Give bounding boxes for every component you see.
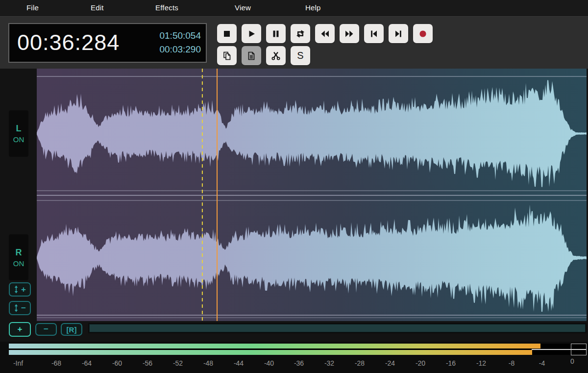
- play-button[interactable]: [242, 24, 261, 43]
- toolbar: 00:36:284 01:50:054 00:03:290: [0, 16, 588, 69]
- menu-effects[interactable]: Effects: [155, 0, 178, 16]
- menu-view[interactable]: View: [235, 0, 251, 16]
- region-button[interactable]: [R]: [61, 323, 82, 336]
- horizontal-zoom-in-button[interactable]: +: [9, 322, 31, 337]
- level-meter: [9, 344, 587, 355]
- meter-tick: 0: [570, 357, 574, 365]
- level-meter-section: -Inf -68 -64 -60 -56 -52 -48 -44 -40 -36…: [0, 342, 588, 373]
- horizontal-zoom-in-label: +: [18, 324, 23, 334]
- meter-tick: -28: [355, 359, 365, 367]
- paste-icon: [246, 50, 257, 61]
- meter-tick: -24: [385, 359, 395, 367]
- time-display: 00:36:284 01:50:054 00:03:290: [8, 23, 207, 63]
- copy-button[interactable]: [217, 46, 237, 65]
- horizontal-scrollbar[interactable]: [88, 323, 587, 333]
- editor-area: L ON R ON + − + − [R]: [0, 69, 588, 342]
- waveform-svg: [37, 69, 587, 321]
- meter-tick: -32: [324, 359, 334, 367]
- left-channel-label: L: [16, 124, 22, 134]
- meter-tick: -56: [143, 359, 152, 367]
- rewind-icon: [319, 28, 330, 39]
- total-time: 01:50:054: [159, 29, 201, 43]
- meter-tick: -Inf: [13, 359, 23, 367]
- skip-to-end-icon: [393, 28, 404, 39]
- vertical-arrows-icon: [14, 304, 19, 312]
- vertical-zoom-out-button[interactable]: −: [9, 301, 31, 315]
- solo-button[interactable]: S: [291, 46, 310, 65]
- horizontal-zoom-out-label: −: [44, 324, 49, 334]
- meter-tick: -4: [539, 359, 545, 367]
- meter-tick: -60: [112, 359, 122, 367]
- horizontal-zoom-out-button[interactable]: −: [35, 323, 57, 336]
- skip-to-end-button[interactable]: [389, 24, 408, 43]
- left-channel-state: ON: [13, 135, 24, 144]
- current-time: 00:36:284: [17, 29, 120, 55]
- record-button[interactable]: [413, 24, 433, 43]
- rewind-button[interactable]: [315, 24, 335, 43]
- meter-tick: -68: [51, 359, 61, 367]
- scrollbar-thumb[interactable]: [89, 324, 586, 332]
- fast-forward-button[interactable]: [340, 24, 359, 43]
- selection-time: 00:03:290: [159, 43, 201, 56]
- cut-icon: [270, 50, 281, 61]
- meter-tick: -20: [416, 359, 425, 367]
- menu-bar: File Edit Effects View Help: [0, 0, 588, 16]
- meter-tick: -44: [234, 359, 244, 367]
- vertical-zoom-in-button[interactable]: +: [9, 282, 31, 297]
- pause-button[interactable]: [266, 24, 286, 43]
- meter-tick: -64: [82, 359, 92, 367]
- meter-tick: -8: [509, 359, 514, 367]
- play-icon: [246, 28, 257, 39]
- record-icon: [417, 28, 428, 39]
- meter-tick: -40: [264, 359, 274, 367]
- meter-bar-right: [9, 350, 532, 355]
- pause-icon: [270, 28, 281, 39]
- loop-button[interactable]: [291, 24, 310, 43]
- vertical-zoom-in-label: +: [21, 285, 26, 295]
- right-channel-toggle[interactable]: R ON: [9, 234, 28, 280]
- meter-tick: -16: [446, 359, 456, 367]
- skip-to-start-icon: [368, 28, 379, 39]
- menu-edit[interactable]: Edit: [91, 0, 104, 16]
- meter-tick: -12: [476, 359, 486, 367]
- stop-button[interactable]: [217, 24, 237, 43]
- skip-to-start-button[interactable]: [364, 24, 384, 43]
- cut-button[interactable]: [266, 46, 286, 65]
- meter-tick: -52: [173, 359, 183, 367]
- solo-button-label: S: [297, 50, 303, 61]
- left-channel-toggle[interactable]: L ON: [9, 110, 28, 157]
- loop-icon: [295, 28, 306, 39]
- stop-icon: [221, 28, 232, 39]
- peak-indicator-box: [571, 344, 587, 355]
- menu-file[interactable]: File: [26, 0, 39, 16]
- paste-button[interactable]: [242, 46, 261, 65]
- meter-bar-left: [9, 344, 540, 348]
- fast-forward-icon: [344, 28, 355, 39]
- region-button-label: [R]: [67, 325, 77, 334]
- meter-tick: -36: [294, 359, 304, 367]
- menu-help[interactable]: Help: [305, 0, 321, 16]
- vertical-zoom-out-label: −: [21, 303, 26, 313]
- right-channel-state: ON: [13, 259, 24, 268]
- meter-tick: -48: [203, 359, 213, 367]
- right-channel-label: R: [16, 248, 22, 258]
- copy-icon: [221, 50, 232, 61]
- waveform-view[interactable]: [37, 69, 587, 321]
- vertical-arrows-icon: [14, 285, 19, 294]
